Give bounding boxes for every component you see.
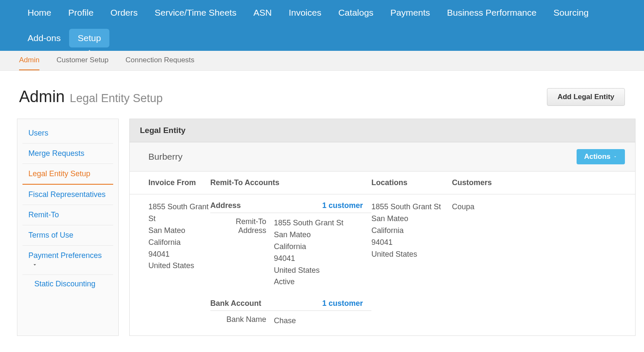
sidebar-item-users[interactable]: Users <box>22 123 113 144</box>
address-line: San Mateo <box>148 225 210 237</box>
add-legal-entity-button[interactable]: Add Legal Entity <box>547 88 625 106</box>
address-line: San Mateo <box>371 213 452 225</box>
sidebar-item-remit-to[interactable]: Remit-To <box>22 205 113 225</box>
remit-to-column: Address 1 customer Remit-To Address 1855… <box>210 201 371 329</box>
page-subtitle: Legal Entity Setup <box>70 92 163 105</box>
chevron-down-icon <box>613 152 617 161</box>
nav-orders[interactable]: Orders <box>102 0 146 25</box>
remit-section-address: Address 1 customer Remit-To Address 1855… <box>210 201 371 288</box>
nav-sourcing[interactable]: Sourcing <box>545 0 597 25</box>
nav-setup[interactable]: Setup <box>69 29 109 47</box>
address-line: California <box>148 237 210 249</box>
address-line: 94041 <box>148 249 210 261</box>
column-header-locations: Locations <box>371 178 452 187</box>
chevron-down-icon <box>32 260 38 269</box>
locations-address: 1855 South Grant St San Mateo California… <box>371 201 452 329</box>
nav-home[interactable]: Home <box>19 0 60 25</box>
sidebar-item-legal-entity-setup[interactable]: Legal Entity Setup <box>22 164 113 185</box>
detail-header: Invoice From Remit-To Accounts Locations… <box>130 172 635 194</box>
nav-business-performance[interactable]: Business Performance <box>438 0 545 25</box>
nav-asn[interactable]: ASN <box>245 0 280 25</box>
address-line: 1855 South Grant St <box>148 201 210 225</box>
invoice-from-address: 1855 South Grant St San Mateo California… <box>130 201 210 329</box>
sub-nav: Admin Customer Setup Connection Requests <box>0 51 644 71</box>
sidebar-item-static-discounting[interactable]: Static Discounting <box>22 275 113 293</box>
sidebar-item-merge-requests[interactable]: Merge Requests <box>22 144 113 164</box>
customer-name: Coupa <box>452 201 635 213</box>
remit-value: 1855 South Grant St San Mateo California… <box>274 217 343 288</box>
column-header-remit-to: Remit-To Accounts <box>210 178 371 187</box>
actions-button[interactable]: Actions <box>577 149 625 164</box>
entity-row: Burberry Actions <box>130 142 635 172</box>
address-line: United States <box>148 260 210 272</box>
customers-list: Coupa <box>452 201 635 329</box>
sub-nav-customer-setup[interactable]: Customer Setup <box>56 51 109 70</box>
detail-body: 1855 South Grant St San Mateo California… <box>130 194 635 335</box>
sub-nav-connection-requests[interactable]: Connection Requests <box>125 51 195 70</box>
sidebar-item-label: Merge Requests <box>28 149 84 158</box>
sidebar-item-label: Static Discounting <box>34 280 95 288</box>
remit-label: Bank Name <box>210 315 274 327</box>
sidebar-item-label: Remit-To <box>28 211 59 219</box>
address-line: 94041 <box>371 237 452 249</box>
main-panel: Legal Entity Burberry Actions Invoice Fr… <box>129 119 636 336</box>
address-line: United States <box>371 249 452 261</box>
sub-nav-admin[interactable]: Admin <box>19 51 39 70</box>
nav-profile[interactable]: Profile <box>60 0 102 25</box>
nav-catalogs[interactable]: Catalogs <box>330 0 382 25</box>
sidebar-item-label: Legal Entity Setup <box>28 169 90 178</box>
sidebar-item-label: Users <box>28 129 48 138</box>
address-line: 1855 South Grant St <box>371 201 452 213</box>
remit-section-title: Address <box>210 201 241 210</box>
column-header-customers: Customers <box>452 178 635 187</box>
remit-section-bank-account: Bank Account 1 customer Bank Name Chase <box>210 299 371 327</box>
top-nav: Home Profile Orders Service/Time Sheets … <box>0 0 644 51</box>
sidebar-item-payment-preferences[interactable]: Payment Preferences <box>22 246 113 275</box>
customer-count-link[interactable]: 1 customer <box>322 201 363 210</box>
customer-count-link[interactable]: 1 customer <box>322 299 363 308</box>
sidebar-item-label: Fiscal Representatives <box>28 190 106 199</box>
remit-label: Remit-To Address <box>210 217 274 288</box>
entity-name: Burberry <box>140 152 183 162</box>
sidebar-item-fiscal-representatives[interactable]: Fiscal Representatives <box>22 185 113 205</box>
sidebar: Users Merge Requests Legal Entity Setup … <box>17 119 119 336</box>
column-header-invoice-from: Invoice From <box>130 178 210 187</box>
nav-invoices[interactable]: Invoices <box>280 0 330 25</box>
sidebar-item-label: Payment Preferences <box>28 251 102 260</box>
nav-service-time-sheets[interactable]: Service/Time Sheets <box>146 0 245 25</box>
page-header: Admin Legal Entity Setup Add Legal Entit… <box>8 88 636 106</box>
nav-add-ons[interactable]: Add-ons <box>19 25 69 51</box>
sidebar-item-terms-of-use[interactable]: Terms of Use <box>22 225 113 246</box>
remit-section-title: Bank Account <box>210 299 261 308</box>
panel-header: Legal Entity <box>130 119 635 142</box>
remit-value: Chase <box>274 315 296 327</box>
nav-payments[interactable]: Payments <box>382 0 438 25</box>
address-line: California <box>371 225 452 237</box>
sidebar-item-label: Terms of Use <box>28 231 73 240</box>
page-title: Admin <box>19 88 65 105</box>
actions-button-label: Actions <box>584 152 611 161</box>
